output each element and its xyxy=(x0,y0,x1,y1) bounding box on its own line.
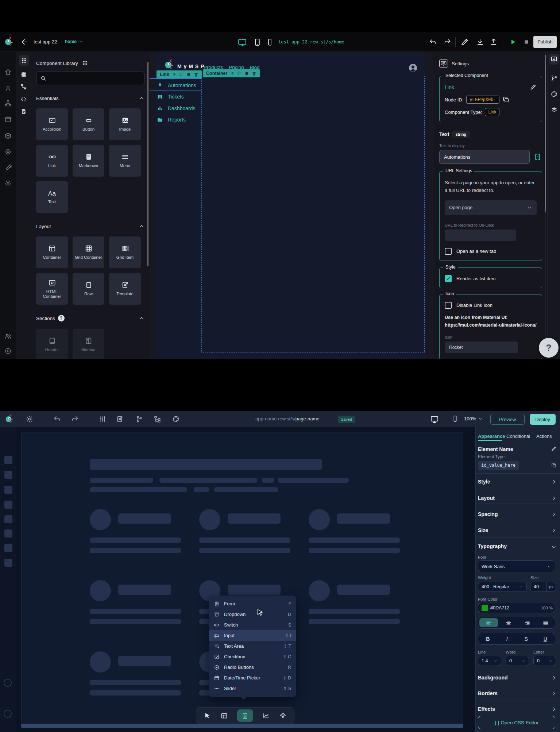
component-card[interactable]: Markdown xyxy=(73,145,104,177)
preview-sidebar-link[interactable]: Reports xyxy=(157,114,186,126)
tutorial-icon[interactable] xyxy=(4,347,12,355)
section-background[interactable]: Background xyxy=(478,675,508,681)
menu-item-radio-buttons[interactable]: Radio ButtonsR xyxy=(209,662,296,673)
tools-icon[interactable] xyxy=(4,164,12,171)
layer-thumb[interactable] xyxy=(4,544,12,552)
list-item-checkbox[interactable] xyxy=(445,275,452,282)
container-tool[interactable] xyxy=(220,712,228,720)
copy-node-id-icon[interactable] xyxy=(502,96,510,103)
export-button[interactable] xyxy=(490,38,498,46)
component-card[interactable]: Menu xyxy=(109,145,141,177)
import-button[interactable] xyxy=(476,38,484,46)
mobile-view-button[interactable] xyxy=(266,38,274,46)
team-icon[interactable] xyxy=(4,332,12,340)
text-input[interactable]: Automations xyxy=(439,150,530,164)
font-select[interactable]: Work Sans xyxy=(478,560,555,572)
undo-button[interactable] xyxy=(429,38,437,46)
preview-sidebar-link[interactable]: Dashboards xyxy=(157,103,196,114)
template-icon[interactable] xyxy=(116,415,124,423)
line-height-select[interactable]: 1.4 xyxy=(478,656,501,666)
deploy-button[interactable]: Deploy xyxy=(530,414,556,425)
publish-button[interactable]: Publish xyxy=(533,36,557,48)
menu-item-date-time-picker[interactable]: Date/Time Picker⇧ D xyxy=(209,673,296,683)
workflow-icon[interactable] xyxy=(551,75,558,82)
ring-icon[interactable] xyxy=(4,148,12,155)
sitemap-icon[interactable] xyxy=(4,100,12,107)
component-card[interactable]: Template xyxy=(109,273,141,305)
component-card[interactable]: Grid Container xyxy=(73,236,104,268)
code-icon[interactable] xyxy=(20,96,27,103)
open-page-select[interactable]: Open page xyxy=(445,200,537,215)
desktop-view-button[interactable] xyxy=(430,415,439,424)
rail-circle[interactable] xyxy=(4,710,12,718)
section-layout[interactable]: Layout xyxy=(478,495,495,501)
section-spacing[interactable]: Spacing xyxy=(478,511,498,517)
mui-hint-link[interactable]: https://mui.com/material-ui/material-ico… xyxy=(445,321,537,329)
layer-thumb[interactable] xyxy=(4,486,12,494)
help-button[interactable]: ? xyxy=(539,338,559,358)
copy-id-icon[interactable] xyxy=(551,462,557,468)
section-borders[interactable]: Borders xyxy=(478,690,498,696)
components-tool[interactable] xyxy=(279,712,287,720)
layer-thumb[interactable] xyxy=(4,456,12,464)
component-card[interactable]: Container xyxy=(36,236,68,268)
node-id-value[interactable]: yLGF9pX0b- xyxy=(466,96,499,104)
url-redirect-input[interactable] xyxy=(445,230,516,241)
settings-scrollbar[interactable] xyxy=(545,55,546,212)
section-header[interactable]: Sections? xyxy=(36,315,144,321)
edit-name-icon[interactable] xyxy=(551,446,557,452)
align-left-button[interactable] xyxy=(479,618,498,627)
bold-button[interactable]: B xyxy=(478,633,498,644)
components-tab[interactable] xyxy=(19,55,29,66)
disable-icon-checkbox[interactable] xyxy=(445,302,452,309)
theme-icon[interactable] xyxy=(551,90,558,98)
preview-sidebar-link[interactable]: Tickets xyxy=(157,91,184,103)
layer-thumb[interactable] xyxy=(4,501,12,509)
user-icon[interactable] xyxy=(4,85,12,92)
menu-item-switch[interactable]: SwitchS xyxy=(209,620,296,630)
menu-item-text-area[interactable]: Text Area⇧ T xyxy=(209,641,296,651)
component-card[interactable]: Image xyxy=(109,108,141,140)
select-tool[interactable] xyxy=(204,712,211,720)
settings-gear-icon[interactable] xyxy=(26,415,33,423)
element-id-chip[interactable]: id_value_here xyxy=(478,461,519,470)
redo-button[interactable] xyxy=(71,415,79,423)
component-card[interactable]: Link xyxy=(36,145,68,177)
home-icon[interactable] xyxy=(4,68,12,76)
tab-conditional[interactable]: Conditional xyxy=(506,434,530,439)
package-icon[interactable] xyxy=(4,132,12,139)
settings-gear-icon[interactable] xyxy=(4,180,12,187)
italic-button[interactable]: I xyxy=(498,633,517,644)
library-scrollbar[interactable] xyxy=(147,62,148,266)
component-card[interactable]: Accordion xyxy=(36,108,68,140)
avatar[interactable] xyxy=(408,63,418,73)
flow-icon[interactable] xyxy=(20,83,27,90)
component-card[interactable]: Button xyxy=(73,108,104,140)
tab-appearance[interactable]: Appearance xyxy=(478,434,505,439)
component-search[interactable] xyxy=(36,71,144,85)
layers-icon[interactable] xyxy=(551,106,558,113)
section-size[interactable]: Size xyxy=(478,527,488,533)
menu-item-form[interactable]: FormF xyxy=(209,598,296,609)
link-selection-badge[interactable]: Link xyxy=(157,70,202,78)
new-tab-checkbox[interactable] xyxy=(445,248,452,255)
component-card[interactable]: Header xyxy=(36,329,68,359)
section-typography[interactable]: Typography xyxy=(478,543,507,549)
back-button[interactable] xyxy=(20,38,28,46)
layer-thumb[interactable] xyxy=(4,515,12,523)
redo-button[interactable] xyxy=(444,38,451,46)
form-tool-active[interactable] xyxy=(237,709,253,722)
open-css-editor-button[interactable]: { } Open CSS Editor xyxy=(478,716,555,729)
layer-thumb[interactable] xyxy=(4,529,12,538)
plugins-icon[interactable] xyxy=(20,71,27,78)
mobile-view-button[interactable] xyxy=(452,415,459,422)
weight-select[interactable]: 400 - Regular xyxy=(478,582,527,592)
chart-tool[interactable] xyxy=(262,712,270,720)
page-select[interactable]: home xyxy=(65,39,84,44)
section-effects[interactable]: Effects xyxy=(478,706,495,712)
component-card[interactable]: Sidebar xyxy=(73,329,104,359)
icon-input[interactable]: Rocket xyxy=(445,342,518,353)
tab-actions[interactable]: Actions xyxy=(536,434,552,439)
preview-button[interactable]: Preview xyxy=(490,414,525,425)
calendar-icon[interactable] xyxy=(4,116,12,123)
